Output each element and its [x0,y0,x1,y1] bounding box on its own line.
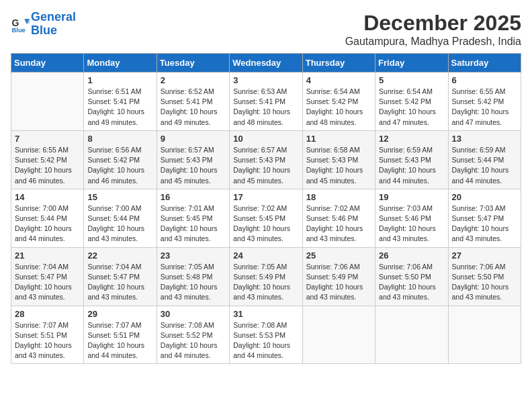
day-number: 19 [379,192,444,202]
day-number: 24 [233,250,298,261]
day-info: Sunrise: 7:05 AMSunset: 5:49 PMDaylight:… [233,262,298,303]
calendar-day-cell: 21Sunrise: 7:04 AMSunset: 5:47 PMDayligh… [11,247,84,306]
calendar-day-header: Thursday [302,54,375,73]
day-number: 20 [452,192,517,202]
day-info: Sunrise: 6:59 AMSunset: 5:44 PMDaylight:… [452,145,517,186]
day-number: 25 [306,250,371,261]
calendar-day-cell: 30Sunrise: 7:08 AMSunset: 5:52 PMDayligh… [157,306,229,364]
day-info: Sunrise: 7:03 AMSunset: 5:46 PMDaylight:… [379,203,444,244]
day-info: Sunrise: 7:06 AMSunset: 5:49 PMDaylight:… [306,262,371,303]
day-info: Sunrise: 7:03 AMSunset: 5:47 PMDaylight:… [452,203,517,244]
day-info: Sunrise: 7:02 AMSunset: 5:46 PMDaylight:… [306,203,371,244]
day-number: 21 [15,250,80,261]
day-info: Sunrise: 7:01 AMSunset: 5:45 PMDaylight:… [161,203,226,244]
day-info: Sunrise: 7:07 AMSunset: 5:51 PMDaylight:… [87,320,152,361]
calendar-day-cell: 2Sunrise: 6:52 AMSunset: 5:41 PMDaylight… [157,73,229,131]
calendar-week-row: 14Sunrise: 7:00 AMSunset: 5:44 PMDayligh… [11,189,521,247]
day-info: Sunrise: 7:04 AMSunset: 5:47 PMDaylight:… [87,262,152,303]
logo-text-blue: Blue [31,24,76,38]
day-number: 18 [306,192,371,202]
calendar-day-cell: 13Sunrise: 6:59 AMSunset: 5:44 PMDayligh… [448,130,521,189]
calendar-day-cell: 26Sunrise: 7:06 AMSunset: 5:50 PMDayligh… [375,247,448,306]
calendar-day-cell [302,306,375,364]
logo-text: General [31,11,76,24]
day-number: 30 [161,309,226,319]
calendar-day-cell: 11Sunrise: 6:58 AMSunset: 5:43 PMDayligh… [302,130,375,189]
day-number: 5 [379,75,444,85]
day-info: Sunrise: 7:00 AMSunset: 5:44 PMDaylight:… [15,203,80,244]
calendar-week-row: 21Sunrise: 7:04 AMSunset: 5:47 PMDayligh… [11,247,521,306]
calendar-day-cell: 24Sunrise: 7:05 AMSunset: 5:49 PMDayligh… [230,247,302,306]
calendar-day-header: Tuesday [157,54,229,73]
day-info: Sunrise: 6:51 AMSunset: 5:41 PMDaylight:… [87,87,152,128]
day-number: 27 [452,250,517,261]
day-number: 2 [161,75,226,85]
calendar-day-cell: 12Sunrise: 6:59 AMSunset: 5:43 PMDayligh… [375,130,448,189]
day-number: 28 [15,309,80,319]
day-number: 9 [161,134,226,144]
day-number: 12 [379,134,444,144]
title-block: December 2025 Gautampura, Madhya Pradesh… [345,11,521,48]
calendar-body: 1Sunrise: 6:51 AMSunset: 5:41 PMDaylight… [11,73,521,364]
day-number: 6 [452,75,517,85]
day-number: 3 [233,75,298,85]
day-number: 8 [87,134,152,144]
day-info: Sunrise: 7:08 AMSunset: 5:52 PMDaylight:… [161,320,226,361]
calendar-day-cell [375,306,448,364]
calendar-day-cell: 29Sunrise: 7:07 AMSunset: 5:51 PMDayligh… [84,306,157,364]
day-info: Sunrise: 6:55 AMSunset: 5:42 PMDaylight:… [15,145,80,186]
svg-text:Blue: Blue [12,27,26,34]
calendar-title: December 2025 [345,11,521,36]
calendar-subtitle: Gautampura, Madhya Pradesh, India [345,36,521,48]
logo: G Blue General Blue [11,11,76,38]
day-number: 23 [161,250,226,261]
calendar-day-cell: 28Sunrise: 7:07 AMSunset: 5:51 PMDayligh… [11,306,84,364]
calendar-day-cell: 10Sunrise: 6:57 AMSunset: 5:43 PMDayligh… [230,130,302,189]
calendar-header-row: SundayMondayTuesdayWednesdayThursdayFrid… [11,54,521,73]
day-number: 1 [87,75,152,85]
day-info: Sunrise: 7:02 AMSunset: 5:45 PMDaylight:… [233,203,298,244]
calendar-day-header: Saturday [448,54,521,73]
day-number: 4 [306,75,371,85]
calendar-day-cell: 31Sunrise: 7:08 AMSunset: 5:53 PMDayligh… [230,306,302,364]
day-info: Sunrise: 6:55 AMSunset: 5:42 PMDaylight:… [452,87,517,128]
calendar-day-header: Friday [375,54,448,73]
day-number: 22 [87,250,152,261]
calendar-table: SundayMondayTuesdayWednesdayThursdayFrid… [11,53,521,364]
calendar-day-cell: 8Sunrise: 6:56 AMSunset: 5:42 PMDaylight… [84,130,157,189]
day-info: Sunrise: 6:58 AMSunset: 5:43 PMDaylight:… [306,145,371,186]
day-info: Sunrise: 7:06 AMSunset: 5:50 PMDaylight:… [379,262,444,303]
day-info: Sunrise: 6:53 AMSunset: 5:41 PMDaylight:… [233,87,298,128]
day-number: 10 [233,134,298,144]
day-info: Sunrise: 6:57 AMSunset: 5:43 PMDaylight:… [233,145,298,186]
day-info: Sunrise: 6:54 AMSunset: 5:42 PMDaylight:… [306,87,371,128]
calendar-week-row: 28Sunrise: 7:07 AMSunset: 5:51 PMDayligh… [11,306,521,364]
calendar-day-cell: 3Sunrise: 6:53 AMSunset: 5:41 PMDaylight… [230,73,302,131]
day-info: Sunrise: 7:08 AMSunset: 5:53 PMDaylight:… [233,320,298,361]
day-info: Sunrise: 6:57 AMSunset: 5:43 PMDaylight:… [161,145,226,186]
calendar-day-cell: 20Sunrise: 7:03 AMSunset: 5:47 PMDayligh… [448,189,521,247]
calendar-day-cell: 4Sunrise: 6:54 AMSunset: 5:42 PMDaylight… [302,73,375,131]
calendar-day-cell: 16Sunrise: 7:01 AMSunset: 5:45 PMDayligh… [157,189,229,247]
calendar-day-cell: 7Sunrise: 6:55 AMSunset: 5:42 PMDaylight… [11,130,84,189]
calendar-day-header: Monday [84,54,157,73]
calendar-day-header: Sunday [11,54,84,73]
day-number: 16 [161,192,226,202]
calendar-day-cell: 18Sunrise: 7:02 AMSunset: 5:46 PMDayligh… [302,189,375,247]
day-number: 11 [306,134,371,144]
day-info: Sunrise: 6:54 AMSunset: 5:42 PMDaylight:… [379,87,444,128]
day-number: 14 [15,192,80,202]
calendar-day-cell: 9Sunrise: 6:57 AMSunset: 5:43 PMDaylight… [157,130,229,189]
calendar-day-cell: 19Sunrise: 7:03 AMSunset: 5:46 PMDayligh… [375,189,448,247]
logo-icon: G Blue [11,15,30,34]
calendar-day-cell: 27Sunrise: 7:06 AMSunset: 5:50 PMDayligh… [448,247,521,306]
calendar-week-row: 7Sunrise: 6:55 AMSunset: 5:42 PMDaylight… [11,130,521,189]
day-number: 29 [87,309,152,319]
day-number: 17 [233,192,298,202]
day-number: 13 [452,134,517,144]
day-number: 15 [87,192,152,202]
day-info: Sunrise: 6:59 AMSunset: 5:43 PMDaylight:… [379,145,444,186]
page-header: G Blue General Blue December 2025 Gautam… [11,11,521,48]
day-info: Sunrise: 7:05 AMSunset: 5:48 PMDaylight:… [161,262,226,303]
day-info: Sunrise: 7:00 AMSunset: 5:44 PMDaylight:… [87,203,152,244]
